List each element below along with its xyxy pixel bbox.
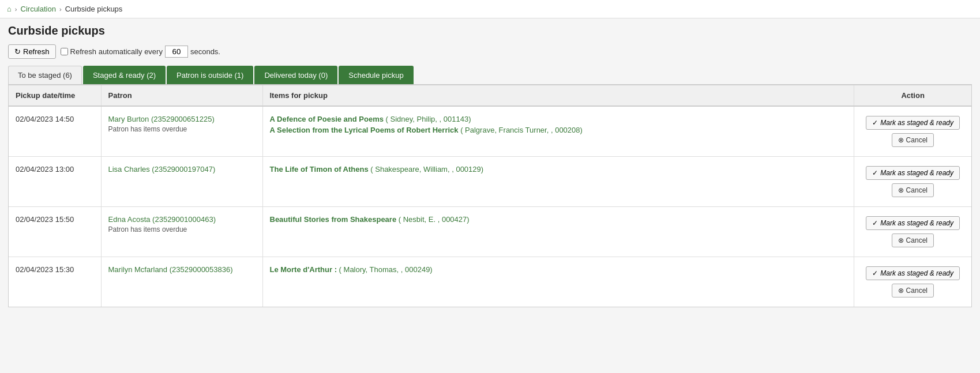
auto-refresh-label: Refresh automatically every seconds.	[61, 46, 220, 58]
refresh-icon: ↻	[14, 47, 21, 56]
col-header-action: Action	[854, 85, 971, 106]
item-link[interactable]: Le Morte d'Arthur : ( Malory, Thomas, , …	[270, 265, 847, 274]
cell-action: ✓ Mark as staged & ready⊗ Cancel	[854, 257, 971, 307]
breadcrumb-current: Curbside pickups	[65, 5, 123, 13]
table-row: 02/04/2023 14:50Mary Burton (23529000651…	[9, 106, 971, 157]
tabs-container: To be staged (6) Staged & ready (2) Patr…	[8, 66, 972, 85]
patron-link[interactable]: Lisa Charles (23529000197047)	[108, 165, 216, 174]
auto-refresh-prefix: Refresh automatically every	[70, 47, 163, 56]
mark-staged-button[interactable]: ✓ Mark as staged & ready	[866, 116, 960, 130]
auto-refresh-seconds-input[interactable]	[165, 46, 188, 58]
cancel-button[interactable]: ⊗ Cancel	[892, 233, 934, 247]
item-link[interactable]: Beautiful Stories from Shakespeare ( Nes…	[270, 215, 847, 224]
cell-items: Beautiful Stories from Shakespeare ( Nes…	[262, 207, 854, 257]
cell-date: 02/04/2023 15:30	[9, 257, 101, 307]
mark-staged-button[interactable]: ✓ Mark as staged & ready	[866, 216, 960, 230]
toolbar: ↻ Refresh Refresh automatically every se…	[8, 44, 972, 59]
cancel-button[interactable]: ⊗ Cancel	[892, 284, 934, 297]
tab-staged-ready[interactable]: Staged & ready (2)	[83, 66, 166, 84]
cell-items: Le Morte d'Arthur : ( Malory, Thomas, , …	[262, 257, 854, 307]
breadcrumb-sep-2: ›	[59, 6, 62, 13]
mark-staged-button[interactable]: ✓ Mark as staged & ready	[866, 266, 960, 280]
refresh-label: Refresh	[23, 47, 50, 56]
col-header-date: Pickup date/time	[9, 85, 101, 106]
auto-refresh-checkbox[interactable]	[61, 48, 68, 55]
cell-patron: Lisa Charles (23529000197047)	[101, 157, 262, 207]
pickups-table: Pickup date/time Patron Items for pickup…	[9, 85, 971, 307]
patron-note: Patron has items overdue	[108, 125, 256, 133]
table-row: 02/04/2023 15:30Marilyn Mcfarland (23529…	[9, 257, 971, 307]
cell-action: ✓ Mark as staged & ready⊗ Cancel	[854, 106, 971, 157]
cell-patron: Edna Acosta (23529001000463)Patron has i…	[101, 207, 262, 257]
table-row: 02/04/2023 15:50Edna Acosta (23529001000…	[9, 207, 971, 257]
cell-date: 02/04/2023 14:50	[9, 106, 101, 157]
page-title: Curbside pickups	[8, 24, 972, 37]
breadcrumb-sep-1: ›	[15, 6, 17, 13]
home-icon[interactable]: ⌂	[7, 5, 12, 13]
breadcrumb-circulation[interactable]: Circulation	[21, 5, 56, 13]
cell-items: The Life of Timon of Athens ( Shakespear…	[262, 157, 854, 207]
tab-schedule-pickup[interactable]: Schedule pickup	[339, 66, 413, 84]
cell-date: 02/04/2023 15:50	[9, 207, 101, 257]
patron-link[interactable]: Marilyn Mcfarland (23529000053836)	[108, 265, 233, 274]
cell-patron: Mary Burton (23529000651225)Patron has i…	[101, 106, 262, 157]
col-header-items: Items for pickup	[262, 85, 854, 106]
mark-staged-button[interactable]: ✓ Mark as staged & ready	[866, 166, 960, 180]
table-row: 02/04/2023 13:00Lisa Charles (2352900019…	[9, 157, 971, 207]
cell-action: ✓ Mark as staged & ready⊗ Cancel	[854, 207, 971, 257]
cell-patron: Marilyn Mcfarland (23529000053836)	[101, 257, 262, 307]
item-link[interactable]: A Defence of Poesie and Poems ( Sidney, …	[270, 115, 847, 123]
refresh-button[interactable]: ↻ Refresh	[8, 44, 56, 59]
cell-date: 02/04/2023 13:00	[9, 157, 101, 207]
cell-action: ✓ Mark as staged & ready⊗ Cancel	[854, 157, 971, 207]
patron-note: Patron has items overdue	[108, 225, 256, 233]
tab-patron-outside[interactable]: Patron is outside (1)	[167, 66, 253, 84]
breadcrumb: ⌂ › Circulation › Curbside pickups	[0, 0, 980, 18]
cancel-button[interactable]: ⊗ Cancel	[892, 133, 934, 147]
col-header-patron: Patron	[101, 85, 262, 106]
patron-link[interactable]: Mary Burton (23529000651225)	[108, 115, 215, 123]
tab-to-be-staged[interactable]: To be staged (6)	[8, 66, 82, 84]
cancel-button[interactable]: ⊗ Cancel	[892, 183, 934, 197]
pickups-table-container: Pickup date/time Patron Items for pickup…	[8, 85, 972, 307]
item-link[interactable]: A Selection from the Lyrical Poems of Ro…	[270, 126, 847, 134]
item-link[interactable]: The Life of Timon of Athens ( Shakespear…	[270, 165, 847, 174]
patron-link[interactable]: Edna Acosta (23529001000463)	[108, 215, 216, 224]
auto-refresh-suffix: seconds.	[190, 47, 220, 56]
tab-delivered-today[interactable]: Delivered today (0)	[254, 66, 337, 84]
cell-items: A Defence of Poesie and Poems ( Sidney, …	[262, 106, 854, 157]
